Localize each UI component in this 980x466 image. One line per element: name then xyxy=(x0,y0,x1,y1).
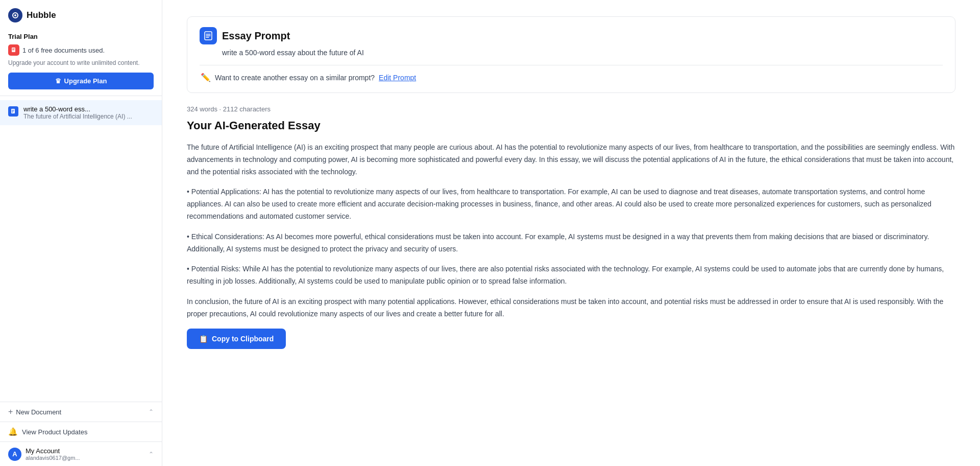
new-document-row[interactable]: + New Document ⌃ xyxy=(0,402,162,422)
edit-prompt-row: ✏️ Want to create another essay on a sim… xyxy=(200,73,943,82)
svg-rect-6 xyxy=(12,110,14,110)
upgrade-desc: Upgrade your account to write unlimited … xyxy=(8,59,154,67)
essay-paragraph: The future of Artificial Intelligence (A… xyxy=(187,142,955,178)
chevron-up-icon: ⌃ xyxy=(149,408,154,415)
document-icon xyxy=(8,106,18,116)
prompt-title: Essay Prompt xyxy=(222,30,290,42)
edit-prompt-question: Want to create another essay on a simila… xyxy=(215,74,375,82)
docs-used-text: 1 of 6 free documents used. xyxy=(22,46,105,54)
account-info: My Account alandavis0617@gm... xyxy=(26,447,80,461)
account-email: alandavis0617@gm... xyxy=(26,455,80,461)
trial-plan-label: Trial Plan xyxy=(8,33,154,40)
trial-section: Trial Plan 1 of 6 free documents used. U… xyxy=(0,29,162,96)
svg-rect-3 xyxy=(12,49,15,49)
essay-meta: 324 words · 2112 characters xyxy=(187,105,955,113)
plus-icon: + xyxy=(8,407,13,416)
prompt-text: write a 500-word essay about the future … xyxy=(200,49,943,57)
svg-rect-4 xyxy=(12,50,14,50)
bell-icon: 🔔 xyxy=(8,427,18,436)
clipboard-icon: 📋 xyxy=(199,335,208,343)
prompt-card: Essay Prompt write a 500-word essay abou… xyxy=(187,16,955,93)
app-name: Hubble xyxy=(27,10,56,20)
document-list: write a 500-word ess... The future of Ar… xyxy=(0,96,162,402)
account-left: A My Account alandavis0617@gm... xyxy=(8,447,80,461)
app-logo xyxy=(8,8,22,22)
edit-icon: ✏️ xyxy=(201,73,211,82)
doc-name: write a 500-word ess... xyxy=(23,105,154,113)
copy-to-clipboard-button[interactable]: 📋 Copy to Clipboard xyxy=(187,329,286,349)
list-item[interactable]: write a 500-word ess... The future of Ar… xyxy=(0,100,162,125)
main-content: Essay Prompt write a 500-word essay abou… xyxy=(162,0,980,466)
docs-used-row: 1 of 6 free documents used. xyxy=(8,44,154,56)
chevron-up-icon: ⌃ xyxy=(149,451,154,458)
doc-info: write a 500-word ess... The future of Ar… xyxy=(23,105,154,120)
essay-icon xyxy=(200,27,217,44)
account-row[interactable]: A My Account alandavis0617@gm... ⌃ xyxy=(0,442,162,466)
crown-icon: ♛ xyxy=(55,77,61,85)
essay-paragraph: • Potential Applications: AI has the pot… xyxy=(187,186,955,222)
copy-btn-label: Copy to Clipboard xyxy=(212,335,274,343)
sidebar: Hubble Trial Plan 1 of 6 free documents … xyxy=(0,0,162,466)
sidebar-bottom: + New Document ⌃ 🔔 View Product Updates … xyxy=(0,402,162,466)
svg-rect-7 xyxy=(12,111,14,111)
essay-title: Your AI-Generated Essay xyxy=(187,119,955,132)
product-updates-row[interactable]: 🔔 View Product Updates xyxy=(0,422,162,442)
essay-paragraph: • Ethical Considerations: As AI becomes … xyxy=(187,231,955,255)
essay-paragraph: • Potential Risks: While AI has the pote… xyxy=(187,263,955,288)
prompt-header: Essay Prompt xyxy=(200,27,943,44)
new-document-label: New Document xyxy=(16,408,61,416)
upgrade-plan-button[interactable]: ♛ Upgrade Plan xyxy=(8,73,154,89)
svg-point-1 xyxy=(14,14,16,16)
upgrade-plan-label: Upgrade Plan xyxy=(64,77,107,85)
account-name: My Account xyxy=(26,447,80,455)
essay-paragraph: In conclusion, the future of AI is an ex… xyxy=(187,296,955,320)
product-updates-label: View Product Updates xyxy=(22,428,87,436)
new-document-left: + New Document xyxy=(8,407,61,416)
edit-prompt-link[interactable]: Edit Prompt xyxy=(379,74,416,82)
doc-preview: The future of Artificial Intelligence (A… xyxy=(23,113,154,120)
docs-icon xyxy=(8,44,19,56)
sidebar-header: Hubble xyxy=(0,0,162,29)
avatar-letter: A xyxy=(12,450,17,458)
avatar: A xyxy=(8,448,21,461)
prompt-divider xyxy=(200,65,943,65)
svg-rect-8 xyxy=(12,112,13,112)
